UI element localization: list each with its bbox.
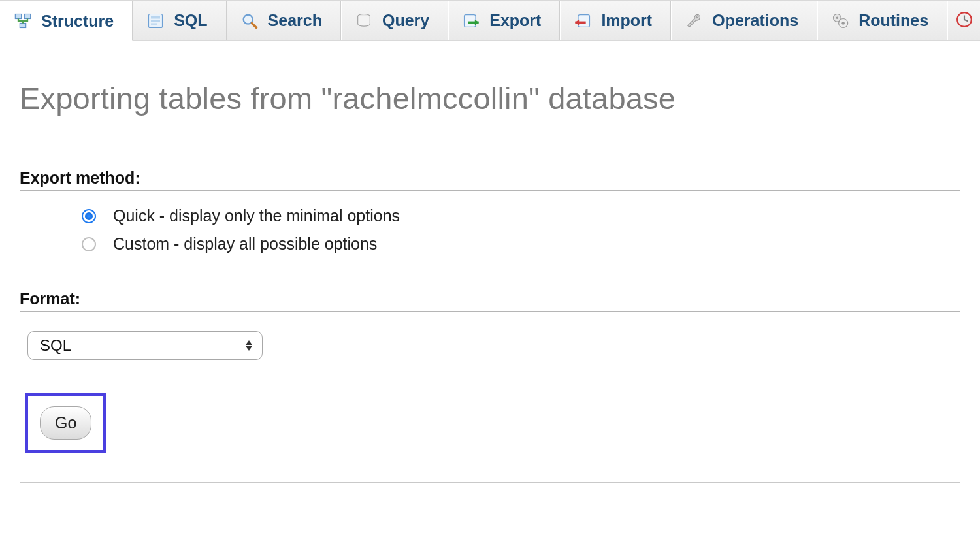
svg-rect-7 bbox=[151, 23, 157, 24]
svg-rect-6 bbox=[151, 20, 160, 21]
tab-routines[interactable]: Routines bbox=[817, 1, 947, 40]
format-heading: Format: bbox=[20, 289, 960, 312]
svg-line-23 bbox=[964, 20, 968, 21]
radio-label: Quick - display only the minimal options bbox=[113, 206, 400, 225]
tab-operations[interactable]: Operations bbox=[671, 1, 817, 40]
svg-rect-14 bbox=[578, 14, 590, 27]
tab-label: Structure bbox=[41, 12, 114, 31]
svg-marker-13 bbox=[475, 19, 479, 25]
export-icon bbox=[462, 12, 480, 30]
tab-sql[interactable]: SQL bbox=[133, 1, 226, 40]
tab-export[interactable]: Export bbox=[448, 1, 560, 40]
page-title: Exporting tables from "rachelmccollin" d… bbox=[20, 80, 960, 116]
tab-structure[interactable]: Structure bbox=[0, 1, 133, 41]
svg-point-19 bbox=[836, 16, 839, 18]
divider bbox=[20, 482, 960, 483]
export-method-group: Quick - display only the minimal options… bbox=[82, 206, 960, 253]
export-method-heading: Export method: bbox=[20, 169, 960, 191]
tab-search[interactable]: Search bbox=[227, 1, 341, 40]
tab-label: Routines bbox=[858, 11, 928, 30]
tab-overflow[interactable] bbox=[947, 1, 980, 40]
go-button[interactable]: Go bbox=[40, 406, 91, 440]
tab-label: Search bbox=[268, 11, 322, 30]
go-button-highlight: Go bbox=[25, 393, 106, 453]
radio-checked-icon bbox=[82, 209, 96, 223]
tab-bar: Structure SQL Search Query Export Import bbox=[0, 0, 980, 41]
svg-line-9 bbox=[252, 23, 256, 27]
svg-marker-16 bbox=[576, 19, 580, 25]
import-icon bbox=[574, 12, 592, 30]
radio-unchecked-icon bbox=[82, 237, 96, 251]
svg-rect-5 bbox=[151, 16, 160, 19]
svg-rect-1 bbox=[24, 14, 30, 19]
operations-icon bbox=[685, 12, 703, 30]
export-method-quick[interactable]: Quick - display only the minimal options bbox=[82, 206, 960, 225]
select-arrows-icon bbox=[245, 340, 253, 351]
tab-label: Import bbox=[601, 11, 652, 30]
tab-label: Query bbox=[382, 11, 429, 30]
search-icon bbox=[240, 12, 259, 30]
svg-marker-24 bbox=[246, 340, 252, 345]
tab-query[interactable]: Query bbox=[341, 1, 448, 40]
svg-rect-0 bbox=[15, 14, 21, 19]
tab-label: Export bbox=[489, 11, 541, 30]
radio-label: Custom - display all possible options bbox=[113, 234, 377, 253]
svg-point-20 bbox=[841, 22, 845, 25]
routines-icon bbox=[831, 12, 849, 30]
svg-rect-11 bbox=[465, 14, 476, 27]
tab-import[interactable]: Import bbox=[560, 1, 671, 40]
format-select[interactable]: SQL bbox=[27, 331, 263, 360]
query-icon bbox=[355, 12, 373, 30]
main-content: Exporting tables from "rachelmccollin" d… bbox=[0, 80, 980, 483]
format-selected-value: SQL bbox=[40, 336, 71, 355]
svg-marker-25 bbox=[246, 346, 252, 351]
export-method-custom[interactable]: Custom - display all possible options bbox=[82, 234, 960, 253]
sql-icon bbox=[146, 12, 165, 30]
svg-rect-2 bbox=[20, 24, 25, 28]
clock-icon bbox=[956, 11, 973, 31]
tab-label: SQL bbox=[174, 11, 207, 30]
tab-label: Operations bbox=[712, 11, 798, 30]
structure-icon bbox=[14, 12, 32, 30]
